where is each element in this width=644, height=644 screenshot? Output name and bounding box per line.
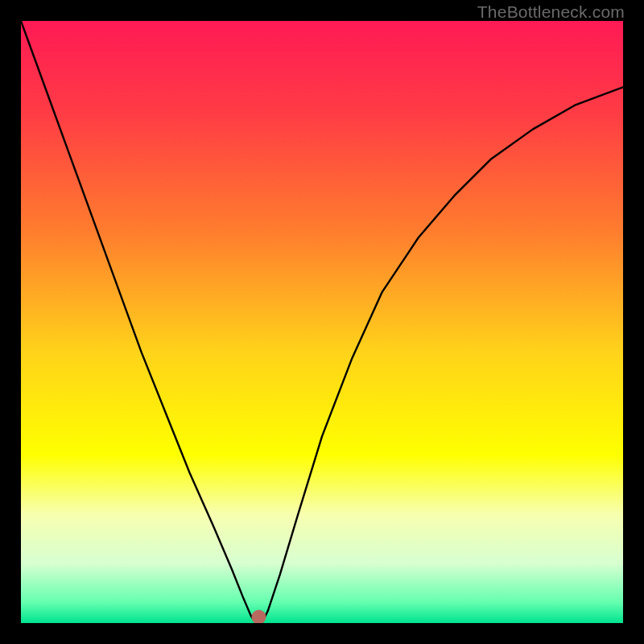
gradient-background (21, 21, 623, 623)
chart-frame: TheBottleneck.com (0, 0, 644, 644)
watermark-text: TheBottleneck.com (477, 2, 625, 22)
plot-area (21, 21, 623, 623)
chart-svg (21, 21, 623, 623)
